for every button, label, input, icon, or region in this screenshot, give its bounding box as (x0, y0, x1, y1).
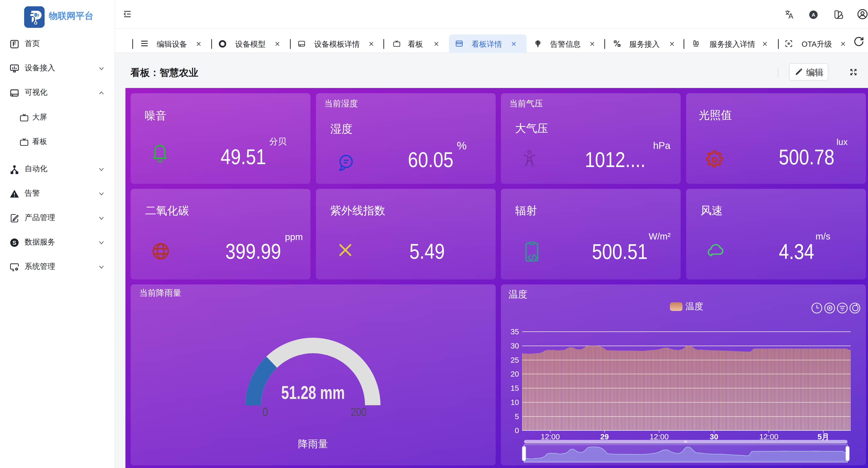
svg-text:29: 29 (600, 433, 609, 441)
svg-text:51.28 mm: 51.28 mm (281, 382, 345, 403)
svg-text:12:00: 12:00 (650, 433, 669, 441)
svg-text:5月: 5月 (817, 433, 829, 441)
svg-text:A: A (615, 40, 617, 43)
svg-text:35: 35 (510, 327, 519, 336)
svg-text:30: 30 (510, 342, 519, 350)
svg-text:S: S (12, 239, 17, 246)
svg-text:B: B (618, 44, 620, 47)
svg-text:12:00: 12:00 (760, 433, 778, 441)
svg-text:25: 25 (510, 356, 519, 364)
svg-text:12:00: 12:00 (541, 433, 560, 441)
svg-text:降雨量: 降雨量 (298, 438, 328, 449)
svg-text:温度: 温度 (685, 301, 703, 311)
svg-text:200: 200 (351, 405, 367, 419)
svg-text:0: 0 (262, 405, 268, 419)
svg-text:A: A (812, 12, 815, 18)
svg-text:30: 30 (710, 433, 718, 441)
svg-text:15: 15 (510, 384, 519, 392)
svg-text:10: 10 (510, 398, 519, 407)
svg-text:20: 20 (510, 370, 519, 378)
svg-text:0: 0 (515, 426, 519, 435)
svg-text:5: 5 (515, 412, 519, 421)
